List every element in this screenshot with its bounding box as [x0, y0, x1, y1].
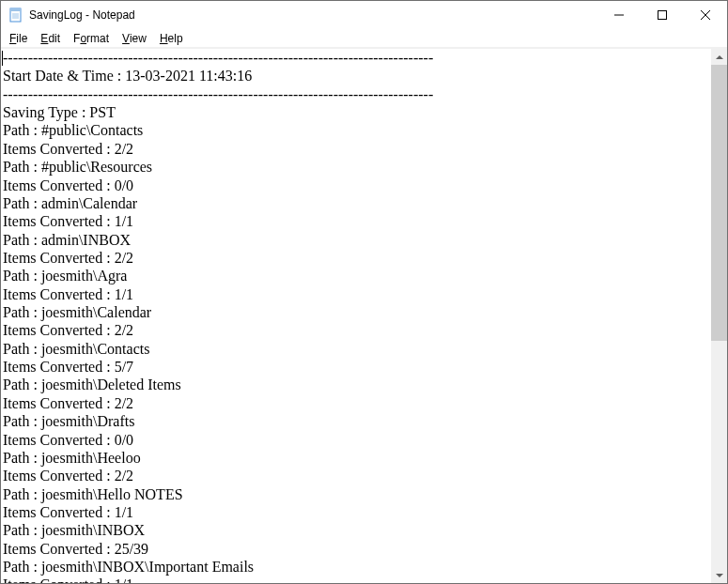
- menu-file[interactable]: File: [3, 31, 34, 46]
- menu-help-rest: elp: [168, 32, 183, 45]
- scrollbar-track[interactable]: [711, 65, 727, 567]
- notepad-icon: [8, 8, 23, 23]
- menu-format[interactable]: Format: [67, 31, 116, 46]
- window-controls: [597, 1, 727, 29]
- menubar: File Edit Format View Help: [1, 29, 727, 48]
- svg-marker-10: [716, 574, 723, 577]
- menu-view[interactable]: View: [116, 31, 153, 46]
- scroll-up-button[interactable]: [711, 49, 727, 65]
- content-area: ----------------------------------------…: [1, 48, 727, 583]
- menu-edit[interactable]: Edit: [34, 31, 67, 46]
- svg-rect-1: [10, 8, 21, 11]
- menu-view-rest: iew: [130, 32, 147, 45]
- menu-help[interactable]: Help: [153, 31, 190, 46]
- scroll-down-button[interactable]: [711, 567, 727, 583]
- vertical-scrollbar[interactable]: [711, 49, 727, 583]
- menu-format-rest: rmat: [86, 32, 109, 45]
- maximize-button[interactable]: [641, 1, 684, 29]
- menu-edit-rest: dit: [48, 32, 60, 45]
- minimize-button[interactable]: [597, 1, 641, 29]
- close-button[interactable]: [684, 1, 727, 29]
- scrollbar-thumb[interactable]: [711, 65, 727, 341]
- text-editor[interactable]: ----------------------------------------…: [1, 49, 711, 583]
- window-title: SavingLog - Notepad: [29, 8, 597, 22]
- svg-rect-6: [658, 11, 667, 20]
- menu-file-rest: ile: [16, 32, 27, 45]
- svg-marker-9: [716, 55, 723, 59]
- titlebar: SavingLog - Notepad: [1, 1, 727, 29]
